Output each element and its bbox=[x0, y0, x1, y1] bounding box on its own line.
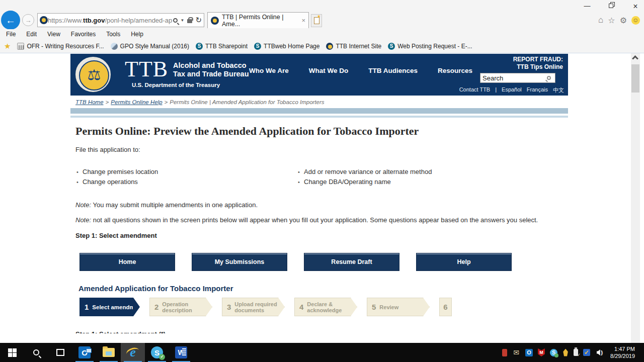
link-contact-ttb[interactable]: Contact TTB bbox=[459, 86, 491, 94]
nav-who-we-are[interactable]: Who We Are bbox=[249, 67, 289, 74]
address-bar[interactable]: https://www.ttb.gov/ponl-help/amended-ap… bbox=[37, 13, 204, 27]
tab-close-icon[interactable]: × bbox=[301, 17, 305, 24]
gear-icon[interactable]: ⚙ bbox=[620, 16, 627, 25]
brand[interactable]: TTB Alcohol and TobaccoTax and Trade Bur… bbox=[125, 58, 249, 81]
application-title: Amended Application for Tobacco Importer bbox=[78, 284, 568, 293]
favorite-ttbweb[interactable]: STTBweb Home Page bbox=[254, 43, 319, 50]
sharepoint-icon: S bbox=[196, 43, 203, 50]
restore-button[interactable] bbox=[606, 2, 617, 11]
browser-tab[interactable]: TTB | Permits Online | Ame... × bbox=[207, 12, 309, 28]
link-francais[interactable]: Français bbox=[527, 86, 548, 94]
utility-links: Contact TTB | Español Français 中文 bbox=[459, 86, 564, 94]
tray-flame-icon[interactable] bbox=[562, 349, 569, 356]
menu-view[interactable]: View bbox=[47, 31, 60, 38]
note-2: Note: not all questions shown in the scr… bbox=[75, 216, 558, 224]
site-header: TTB Alcohol and TobaccoTax and Trade Bur… bbox=[70, 54, 568, 96]
taskbar-file-explorer[interactable] bbox=[97, 343, 121, 362]
divider-bar-thin bbox=[70, 116, 568, 118]
my-submissions-button[interactable]: My Submissions bbox=[192, 253, 287, 271]
add-favorite-icon[interactable]: ★ bbox=[4, 42, 11, 51]
menu-tools[interactable]: Tools bbox=[106, 31, 120, 38]
menu-edit[interactable]: Edit bbox=[26, 31, 37, 38]
tray-red-device-icon[interactable] bbox=[502, 349, 507, 356]
nav-ttb-audiences[interactable]: TTB Audiences bbox=[368, 67, 418, 74]
menu-favorites[interactable]: Favorites bbox=[71, 31, 96, 38]
bullet-list-left: Change premises location Change operatio… bbox=[75, 167, 297, 187]
new-tab-button[interactable] bbox=[311, 14, 322, 27]
volume-icon[interactable]: )) bbox=[595, 348, 603, 356]
ponl-button-row: Home My Submissions Resume Draft Help bbox=[79, 253, 568, 271]
clock-date: 8/29/2019 bbox=[610, 352, 635, 359]
breadcrumb-ttb-home[interactable]: TTB Home bbox=[75, 99, 104, 105]
taskbar-clock[interactable]: 1:47 PM 8/29/2019 bbox=[608, 345, 640, 359]
close-button[interactable]: × bbox=[630, 2, 641, 11]
tab-title: TTB | Permits Online | Ame... bbox=[222, 14, 298, 28]
tray-skype-icon[interactable]: S bbox=[550, 349, 557, 356]
favorites-bar: ★ OFR - Writing Resources F... GPO Style… bbox=[0, 39, 644, 53]
taskbar-search-button[interactable] bbox=[24, 343, 48, 362]
internet-explorer-icon: e bbox=[127, 346, 139, 358]
system-tray: ✉ O M S )) 1:47 PM 8/29/2019 bbox=[502, 343, 644, 362]
nav-resources[interactable]: Resources bbox=[438, 67, 472, 74]
sharepoint-icon: S bbox=[388, 43, 395, 50]
search-magnifier-icon[interactable] bbox=[547, 76, 551, 80]
taskbar-outlook[interactable]: O bbox=[72, 343, 97, 362]
menu-file[interactable]: File bbox=[6, 31, 16, 38]
file-explorer-icon bbox=[103, 348, 115, 357]
tray-outlook-icon[interactable]: O bbox=[525, 349, 533, 356]
link-espanol[interactable]: Español bbox=[502, 86, 522, 94]
favorite-ofr[interactable]: OFR - Writing Resources F... bbox=[17, 43, 104, 50]
chevron-down-icon[interactable]: ▼ bbox=[181, 18, 185, 23]
home-icon[interactable]: ⌂ bbox=[598, 15, 603, 25]
help-button[interactable]: Help bbox=[416, 253, 512, 271]
tray-mail-icon[interactable]: ✉ bbox=[512, 348, 520, 356]
taskbar-word[interactable]: W bbox=[169, 343, 193, 362]
vertical-scrollbar[interactable] bbox=[631, 53, 640, 343]
report-fraud[interactable]: REPORT FRAUD:TTB Tips Online bbox=[513, 56, 563, 71]
lock-icon[interactable] bbox=[187, 19, 192, 23]
search-icon[interactable] bbox=[173, 18, 178, 23]
favorite-gpo[interactable]: GPO Style Manual (2016) bbox=[111, 43, 189, 50]
favorite-ttb-internet[interactable]: TTB Internet Site bbox=[326, 43, 381, 50]
browser-chrome: ← → https://www.ttb.gov/ponl-help/amende… bbox=[0, 0, 644, 53]
forward-button[interactable]: → bbox=[22, 14, 34, 26]
tray-mcafee-shield-icon[interactable]: M bbox=[538, 348, 545, 356]
site-search-input[interactable] bbox=[480, 74, 547, 82]
refresh-icon[interactable]: ↻ bbox=[195, 16, 202, 25]
browser-nav-row: ← → https://www.ttb.gov/ponl-help/amende… bbox=[0, 0, 644, 29]
page-viewport: TTB Alcohol and TobaccoTax and Trade Bur… bbox=[0, 53, 631, 343]
step-1-heading: Step 1: Select amendment bbox=[75, 232, 568, 239]
new-tab-icon bbox=[314, 17, 319, 24]
page-title: Permits Online: Preview the Amended Appl… bbox=[75, 125, 568, 138]
resume-draft-button[interactable]: Resume Draft bbox=[304, 253, 399, 271]
feedback-smiley-icon[interactable]: ☺ bbox=[631, 16, 640, 25]
tray-usb-icon[interactable] bbox=[574, 349, 578, 356]
taskbar-internet-explorer[interactable]: e bbox=[121, 343, 145, 362]
step-4-declare-acknowledge: 4Declare & acknowledge bbox=[294, 298, 357, 316]
bullet-list-right: Add or remove variance or alternate meth… bbox=[297, 167, 518, 187]
back-button[interactable]: ← bbox=[1, 11, 20, 30]
scrollbar-up-arrow-icon[interactable] bbox=[632, 55, 638, 62]
link-chinese[interactable]: 中文 bbox=[553, 86, 564, 94]
list-item: Change operations bbox=[75, 177, 297, 187]
tray-checkmark-icon[interactable] bbox=[583, 349, 590, 356]
favorite-web-posting[interactable]: SWeb Posting Request - E-... bbox=[388, 43, 472, 50]
menu-bar: File Edit View Favorites Tools Help bbox=[0, 29, 644, 39]
minimize-button[interactable]: — bbox=[582, 2, 593, 11]
home-button[interactable]: Home bbox=[79, 253, 175, 271]
url-text[interactable]: https://www.ttb.gov/ponl-help/amended-ap bbox=[48, 17, 173, 24]
command-icons: ⌂ ☆ ⚙ ☺ bbox=[598, 15, 640, 25]
list-item: Change DBA/Operating name bbox=[297, 177, 518, 187]
nav-what-we-do[interactable]: What We Do bbox=[309, 67, 349, 74]
outlook-icon: O bbox=[78, 346, 91, 358]
favorites-star-icon[interactable]: ☆ bbox=[608, 16, 615, 25]
ttb-seal-logo[interactable] bbox=[74, 56, 112, 93]
taskbar-skype[interactable]: S bbox=[145, 343, 169, 362]
scrollbar-thumb[interactable] bbox=[631, 64, 639, 93]
list-item: Change premises location bbox=[75, 167, 297, 177]
task-view-button[interactable] bbox=[48, 343, 72, 362]
favorite-ttb-sharepoint[interactable]: STTB Sharepoint bbox=[196, 43, 248, 50]
breadcrumb-permits-online-help[interactable]: Permits Online Help bbox=[111, 99, 162, 105]
menu-help[interactable]: Help bbox=[131, 31, 143, 38]
start-button[interactable] bbox=[0, 343, 24, 362]
